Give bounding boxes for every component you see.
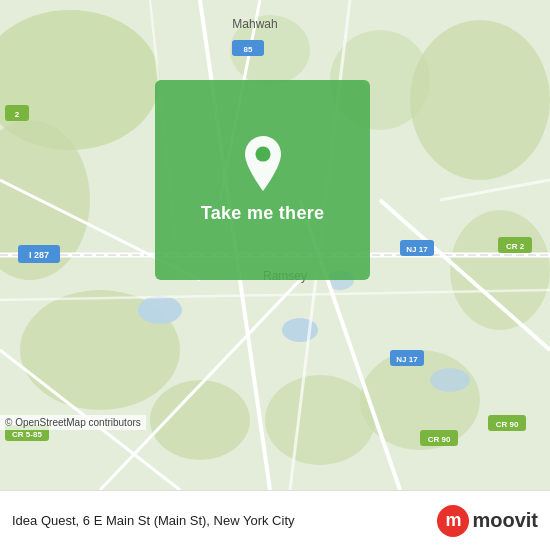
svg-point-14 bbox=[430, 368, 470, 392]
moovit-wordmark: moovit bbox=[472, 509, 538, 532]
svg-point-48 bbox=[255, 146, 270, 161]
svg-point-7 bbox=[265, 375, 375, 465]
svg-point-12 bbox=[282, 318, 318, 342]
svg-text:NJ 17: NJ 17 bbox=[406, 245, 428, 254]
address-text: Idea Quest, 6 E Main St (Main St), New Y… bbox=[12, 513, 437, 528]
take-me-there-button[interactable]: Take me there bbox=[201, 203, 325, 224]
svg-text:85: 85 bbox=[244, 45, 253, 54]
svg-text:Mahwah: Mahwah bbox=[232, 17, 277, 31]
svg-text:NJ 17: NJ 17 bbox=[396, 355, 418, 364]
svg-text:2: 2 bbox=[15, 110, 20, 119]
svg-text:I 287: I 287 bbox=[29, 250, 49, 260]
svg-text:CR 90: CR 90 bbox=[428, 435, 451, 444]
bottom-bar: Idea Quest, 6 E Main St (Main St), New Y… bbox=[0, 490, 550, 550]
svg-text:CR 5-85: CR 5-85 bbox=[12, 430, 42, 439]
moovit-logo: m moovit bbox=[437, 505, 538, 537]
copyright-notice: © OpenStreetMap contributors bbox=[0, 415, 146, 430]
svg-text:CR 90: CR 90 bbox=[496, 420, 519, 429]
svg-point-5 bbox=[450, 210, 550, 330]
svg-point-4 bbox=[410, 20, 550, 180]
map-container: I 287 85 2 NJ 17 NJ 17 CR 2 CR 90 CR 90 … bbox=[0, 0, 550, 490]
moovit-icon: m bbox=[437, 505, 469, 537]
svg-text:CR 2: CR 2 bbox=[506, 242, 525, 251]
location-pin-icon bbox=[239, 136, 287, 191]
svg-point-11 bbox=[138, 296, 182, 324]
take-me-there-overlay[interactable]: Take me there bbox=[155, 80, 370, 280]
